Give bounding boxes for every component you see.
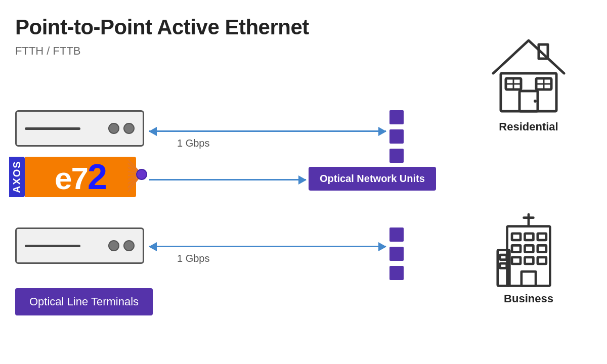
speed-label-top: 1 Gbps xyxy=(177,138,209,149)
svg-rect-29 xyxy=(538,245,546,252)
arrow-head-right-bottom xyxy=(378,242,386,251)
axos-label: AXOS xyxy=(9,157,25,197)
svg-rect-28 xyxy=(525,245,533,252)
arrow-head-right-middle xyxy=(298,175,307,185)
arrow-top xyxy=(149,130,386,132)
e72-box: e72 xyxy=(25,157,136,197)
indicator-bot-1 xyxy=(389,228,404,242)
business-container: Business xyxy=(481,207,577,305)
indicator-top-3 xyxy=(389,149,404,163)
indicator-bot-2 xyxy=(389,247,404,261)
svg-rect-25 xyxy=(525,234,533,240)
e72-e: e7 xyxy=(55,161,88,196)
device-circles-top xyxy=(108,123,135,134)
arrow-middle xyxy=(149,179,306,180)
device-circle-1 xyxy=(108,123,119,134)
residential-label: Residential xyxy=(499,120,558,133)
speed-label-bottom: 1 Gbps xyxy=(177,253,209,264)
svg-rect-27 xyxy=(512,245,521,252)
olt-device-bottom xyxy=(15,228,144,264)
arrow-head-left-top xyxy=(149,127,157,136)
svg-rect-33 xyxy=(522,271,536,286)
axos-e72-container: AXOS e72 xyxy=(9,157,136,197)
svg-rect-32 xyxy=(538,257,546,264)
business-label: Business xyxy=(504,292,553,305)
device-circle-3 xyxy=(108,240,119,251)
page-title: Point-to-Point Active Ethernet xyxy=(15,15,309,39)
device-circle-2 xyxy=(123,123,135,134)
svg-rect-34 xyxy=(500,255,507,259)
svg-rect-31 xyxy=(525,257,533,264)
svg-rect-26 xyxy=(538,234,546,240)
indicator-top-2 xyxy=(389,129,404,144)
e72-2: 2 xyxy=(88,157,106,197)
indicator-top-1 xyxy=(389,110,404,124)
svg-rect-35 xyxy=(500,263,507,268)
svg-point-9 xyxy=(137,169,147,179)
residential-container: Residential xyxy=(481,35,577,133)
onu-label-box: Optical Network Units xyxy=(309,167,436,191)
svg-point-19 xyxy=(534,100,537,103)
house-icon xyxy=(488,35,569,116)
olt-device-top xyxy=(15,110,144,147)
device-line-bottom xyxy=(25,245,80,247)
device-line-top xyxy=(25,127,80,130)
svg-rect-30 xyxy=(512,257,521,264)
arrow-bottom xyxy=(149,246,386,247)
svg-rect-20 xyxy=(507,226,550,286)
indicator-bot-3 xyxy=(389,266,404,280)
device-circles-bottom xyxy=(108,240,135,251)
e72-text: e72 xyxy=(55,159,106,195)
device-circle-4 xyxy=(123,240,135,251)
arrow-head-left-bottom xyxy=(149,242,157,251)
olt-label-box: Optical Line Terminals xyxy=(15,288,153,315)
building-icon xyxy=(493,207,564,288)
arrow-head-right-top xyxy=(378,127,386,136)
svg-rect-24 xyxy=(512,234,521,240)
page-subtitle: FTTH / FTTB xyxy=(15,44,81,58)
